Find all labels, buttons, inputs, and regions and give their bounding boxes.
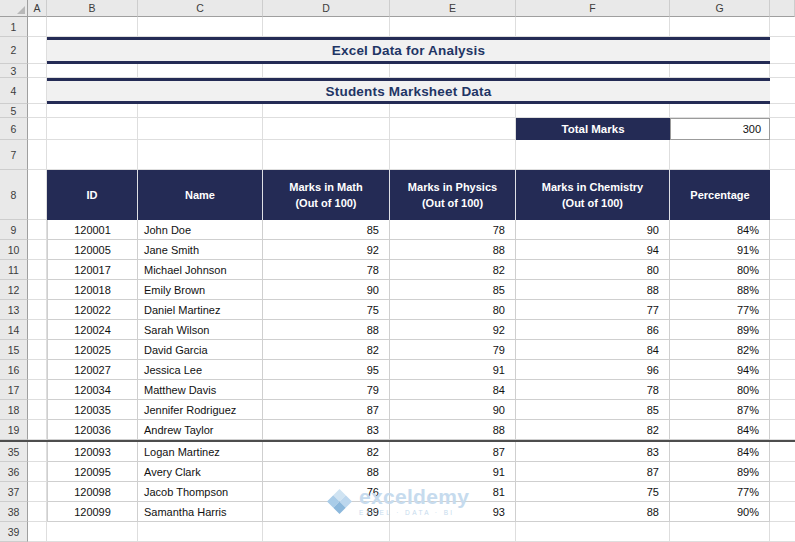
row-header[interactable]: 12 (0, 280, 28, 300)
cell[interactable] (28, 104, 47, 118)
cell-percentage[interactable]: 91% (670, 240, 770, 260)
cell[interactable] (28, 420, 47, 440)
cell-physics[interactable]: 81 (390, 482, 516, 502)
cell-id[interactable]: 120036 (47, 420, 138, 440)
row-header[interactable]: 8 (0, 170, 28, 220)
cell-physics[interactable]: 91 (390, 462, 516, 482)
cell[interactable] (263, 64, 390, 78)
cell-name[interactable]: Jessica Lee (138, 360, 263, 380)
cell-physics[interactable]: 88 (390, 240, 516, 260)
row-header[interactable]: 39 (0, 522, 28, 542)
cell-percentage[interactable]: 88% (670, 280, 770, 300)
column-header-d[interactable]: D (263, 0, 390, 17)
row-header[interactable]: 15 (0, 340, 28, 360)
cell-name[interactable]: Jacob Thompson (138, 482, 263, 502)
cell[interactable] (390, 140, 516, 170)
cell[interactable] (670, 104, 770, 118)
cell-name[interactable]: Sarah Wilson (138, 320, 263, 340)
cell-percentage[interactable]: 89% (670, 462, 770, 482)
cell-physics[interactable]: 78 (390, 220, 516, 240)
row-header[interactable]: 2 (0, 37, 28, 64)
cell[interactable] (263, 118, 390, 140)
cell-name[interactable]: Matthew Davis (138, 380, 263, 400)
table-header-id[interactable]: ID (47, 170, 138, 220)
cell-id[interactable]: 120017 (47, 260, 138, 280)
cell[interactable] (516, 64, 670, 78)
row-header[interactable]: 10 (0, 240, 28, 260)
cell-percentage[interactable]: 90% (670, 502, 770, 522)
cell-math[interactable]: 75 (263, 300, 390, 320)
cell[interactable] (28, 320, 47, 340)
cell-percentage[interactable]: 84% (670, 420, 770, 440)
total-marks-label-cell[interactable]: Total Marks (516, 118, 670, 140)
cell-chemistry[interactable]: 94 (516, 240, 670, 260)
cell-chemistry[interactable]: 80 (516, 260, 670, 280)
cell[interactable] (390, 17, 516, 37)
cell-id[interactable]: 120098 (47, 482, 138, 502)
cell[interactable] (47, 64, 138, 78)
row-header[interactable]: 19 (0, 420, 28, 440)
total-marks-value-cell[interactable]: 300 (670, 118, 770, 140)
row-header[interactable]: 18 (0, 400, 28, 420)
cell-chemistry[interactable]: 75 (516, 482, 670, 502)
cell-percentage[interactable]: 89% (670, 320, 770, 340)
cell-math[interactable]: 85 (263, 220, 390, 240)
column-header-b[interactable]: B (47, 0, 138, 17)
cell-chemistry[interactable]: 88 (516, 502, 670, 522)
table-header-name[interactable]: Name (138, 170, 263, 220)
cell[interactable] (28, 380, 47, 400)
cell-math[interactable]: 88 (263, 462, 390, 482)
cell-physics[interactable]: 80 (390, 300, 516, 320)
cell[interactable] (516, 104, 670, 118)
cell[interactable] (47, 17, 138, 37)
cell-id[interactable]: 120001 (47, 220, 138, 240)
cell[interactable] (47, 140, 138, 170)
cell-math[interactable]: 90 (263, 280, 390, 300)
cell-name[interactable]: Jennifer Rodriguez (138, 400, 263, 420)
cell-math[interactable]: 78 (263, 260, 390, 280)
cell-chemistry[interactable]: 90 (516, 220, 670, 240)
cell-chemistry[interactable]: 87 (516, 462, 670, 482)
cell[interactable] (138, 140, 263, 170)
cell[interactable] (28, 482, 47, 502)
cell-physics[interactable]: 92 (390, 320, 516, 340)
cell[interactable] (28, 220, 47, 240)
cell[interactable] (263, 17, 390, 37)
row-header[interactable]: 17 (0, 380, 28, 400)
cell[interactable] (28, 37, 47, 64)
cell-chemistry[interactable]: 86 (516, 320, 670, 340)
cell-name[interactable]: Michael Johnson (138, 260, 263, 280)
row-header[interactable]: 35 (0, 442, 28, 462)
cell-percentage[interactable]: 80% (670, 260, 770, 280)
table-header-percentage[interactable]: Percentage (670, 170, 770, 220)
cell-name[interactable]: John Doe (138, 220, 263, 240)
cell-name[interactable]: Avery Clark (138, 462, 263, 482)
row-header[interactable]: 4 (0, 78, 28, 104)
cell-name[interactable]: Daniel Martinez (138, 300, 263, 320)
cell[interactable] (138, 17, 263, 37)
cell[interactable] (47, 118, 138, 140)
cell-math[interactable]: 76 (263, 482, 390, 502)
cell-id[interactable]: 120095 (47, 462, 138, 482)
cell-percentage[interactable]: 87% (670, 400, 770, 420)
row-header[interactable]: 38 (0, 502, 28, 522)
cell-chemistry[interactable]: 85 (516, 400, 670, 420)
subtitle-banner[interactable]: Students Marksheet Data (47, 78, 770, 104)
cell[interactable] (516, 140, 670, 170)
cell-math[interactable]: 82 (263, 340, 390, 360)
cell-name[interactable]: Andrew Taylor (138, 420, 263, 440)
table-header-chemistry[interactable]: Marks in Chemistry (Out of 100) (516, 170, 670, 220)
cell-percentage[interactable]: 82% (670, 340, 770, 360)
cell[interactable] (28, 462, 47, 482)
row-header[interactable]: 14 (0, 320, 28, 340)
cell[interactable] (28, 17, 47, 37)
row-header[interactable]: 11 (0, 260, 28, 280)
cell[interactable] (516, 522, 670, 542)
cell[interactable] (28, 400, 47, 420)
cell[interactable] (28, 64, 47, 78)
cell-id[interactable]: 120035 (47, 400, 138, 420)
cell[interactable] (263, 522, 390, 542)
cell-id[interactable]: 120022 (47, 300, 138, 320)
cell[interactable] (28, 78, 47, 104)
cell-percentage[interactable]: 84% (670, 442, 770, 462)
